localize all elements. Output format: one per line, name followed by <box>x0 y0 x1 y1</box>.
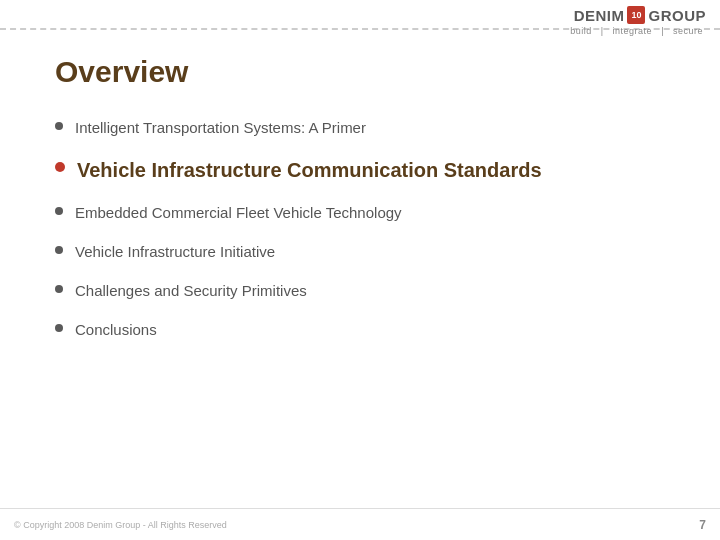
list-item: Vehicle Infrastructure Initiative <box>55 241 690 262</box>
bullet-text-2: Vehicle Infrastructure Communication Sta… <box>77 156 542 184</box>
logo-tagline: build | integrate | secure <box>567 26 706 36</box>
list-item: Intelligent Transportation Systems: A Pr… <box>55 117 690 138</box>
bullet-dot-4 <box>55 246 63 254</box>
tagline-sep2: | <box>661 26 664 36</box>
bottom-bar: © Copyright 2008 Denim Group - All Right… <box>0 508 720 540</box>
bullet-dot-6 <box>55 324 63 332</box>
list-item: Challenges and Security Primitives <box>55 280 690 301</box>
slide-content: Overview Intelligent Transportation Syst… <box>55 55 690 500</box>
bullet-dot-1 <box>55 122 63 130</box>
bullet-text-6: Conclusions <box>75 319 157 340</box>
bullet-list: Intelligent Transportation Systems: A Pr… <box>55 117 690 340</box>
list-item: Conclusions <box>55 319 690 340</box>
bullet-text-1: Intelligent Transportation Systems: A Pr… <box>75 117 366 138</box>
page-number: 7 <box>699 518 706 532</box>
slide-container: DENIM 10 GROUP build | integrate | secur… <box>0 0 720 540</box>
tagline-integrate: integrate <box>613 26 653 36</box>
bullet-text-4: Vehicle Infrastructure Initiative <box>75 241 275 262</box>
logo-icon: 10 <box>627 6 645 24</box>
logo-group-text: GROUP <box>648 7 706 24</box>
header: DENIM 10 GROUP build | integrate | secur… <box>520 0 720 50</box>
bullet-dot-2 <box>55 162 65 172</box>
tagline-build: build <box>570 26 592 36</box>
bullet-dot-3 <box>55 207 63 215</box>
tagline-sep1: | <box>601 26 604 36</box>
tagline-secure: secure <box>673 26 703 36</box>
bullet-text-3: Embedded Commercial Fleet Vehicle Techno… <box>75 202 402 223</box>
bullet-dot-5 <box>55 285 63 293</box>
list-item: Vehicle Infrastructure Communication Sta… <box>55 156 690 184</box>
copyright-text: © Copyright 2008 Denim Group - All Right… <box>14 520 227 530</box>
logo-denim-text: DENIM <box>574 7 625 24</box>
bullet-text-5: Challenges and Security Primitives <box>75 280 307 301</box>
list-item: Embedded Commercial Fleet Vehicle Techno… <box>55 202 690 223</box>
slide-title: Overview <box>55 55 690 89</box>
logo-area: DENIM 10 GROUP <box>574 6 706 24</box>
